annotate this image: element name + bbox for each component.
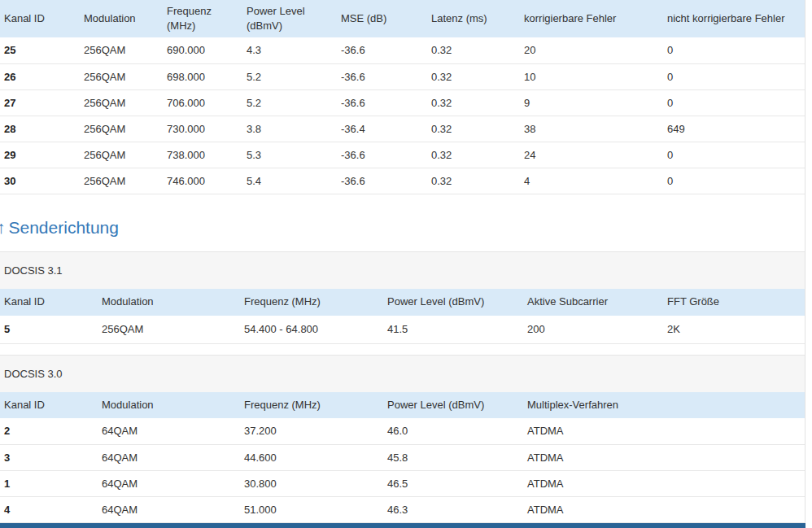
table-cell: 256QAM: [80, 63, 163, 89]
column-header: Modulation: [98, 289, 240, 316]
downstream-channels-table: Kanal IDModulationFrequenz (MHz)Power Le…: [0, 0, 805, 194]
table-cell: 10: [520, 63, 663, 89]
column-header: MSE (dB): [337, 0, 427, 37]
table-cell: 1: [0, 470, 98, 496]
docsis31-section-band: DOCSIS 3.1: [0, 251, 805, 289]
table-cell: -36.6: [337, 63, 427, 89]
table-cell: 5.3: [242, 142, 337, 168]
table-cell: 256QAM: [80, 116, 163, 142]
table-cell: 0: [663, 37, 805, 63]
table-row: 30256QAM746.0005.4-36.60.3240: [0, 168, 805, 194]
table-cell: 256QAM: [98, 316, 240, 344]
table-row: 28256QAM730.0003.8-36.40.3238649: [0, 116, 805, 142]
table-cell: 51.000: [240, 496, 383, 522]
column-header: Multiplex-Verfahren: [523, 392, 805, 418]
table-cell: -36.6: [337, 142, 427, 168]
table-cell: ATDMA: [523, 496, 805, 522]
table-cell: 2: [0, 418, 98, 444]
table-cell: 4: [0, 496, 98, 522]
up-arrow-icon: ↑: [0, 218, 6, 237]
table-cell: 3: [0, 444, 98, 470]
table-cell: 27: [0, 89, 80, 116]
table-cell: 0: [663, 168, 805, 194]
table-cell: 649: [663, 116, 805, 142]
table-cell: 0: [663, 63, 805, 89]
table-row: 464QAM51.00046.3ATDMA: [0, 496, 805, 522]
upstream-section-heading: ↑Senderichtung: [0, 216, 805, 239]
table-cell: 64QAM: [98, 444, 240, 470]
column-header: Kanal ID: [0, 392, 98, 418]
table-cell: 0.32: [427, 168, 520, 194]
table-cell: 29: [0, 142, 80, 168]
table-cell: 0.32: [427, 63, 520, 89]
column-header: Aktive Subcarrier: [523, 289, 663, 316]
table-cell: 256QAM: [80, 37, 163, 63]
table-cell: 4: [520, 168, 663, 194]
column-header: Frequenz (MHz): [163, 0, 242, 37]
table-cell: 41.5: [383, 316, 523, 344]
table-cell: 45.8: [383, 444, 523, 470]
table-row: 264QAM37.20046.0ATDMA: [0, 418, 805, 444]
table-cell: 64QAM: [98, 418, 240, 444]
table-cell: 0.32: [427, 142, 520, 168]
table-cell: 0.32: [427, 116, 520, 142]
header-row: Kanal IDModulationFrequenz (MHz)Power Le…: [0, 289, 805, 316]
table-cell: 30.800: [240, 470, 383, 496]
column-header: Modulation: [98, 392, 240, 418]
table-row: 164QAM30.80046.5ATDMA: [0, 470, 805, 496]
table-cell: 690.000: [163, 37, 242, 63]
table-row: 25256QAM690.0004.3-36.60.32200: [0, 37, 805, 63]
column-header: korrigierbare Fehler: [520, 0, 663, 37]
table-cell: ATDMA: [523, 470, 805, 496]
table-cell: 28: [0, 116, 80, 142]
table-cell: 9: [520, 89, 663, 116]
table-cell: 44.600: [240, 444, 383, 470]
table-row: 27256QAM706.0005.2-36.60.3290: [0, 89, 805, 116]
table-cell: 46.5: [383, 470, 523, 496]
table-cell: 0: [663, 89, 805, 116]
table-cell: -36.6: [337, 168, 427, 194]
column-header: Power Level (dBmV): [242, 0, 337, 37]
docsis30-section-label: DOCSIS 3.0: [4, 368, 63, 380]
table-cell: 25: [0, 37, 80, 63]
column-header: Frequenz (MHz): [240, 289, 383, 316]
table-cell: ATDMA: [523, 418, 805, 444]
docsis30-section-band: DOCSIS 3.0: [0, 355, 805, 392]
table-cell: ATDMA: [523, 444, 805, 470]
table-cell: -36.4: [337, 116, 427, 142]
table-cell: 730.000: [163, 116, 242, 142]
column-header: Latenz (ms): [427, 0, 520, 37]
table-cell: 46.3: [383, 496, 523, 522]
table-cell: 0.32: [427, 37, 520, 63]
column-header: nicht korrigierbare Fehler: [663, 0, 805, 37]
table-cell: 256QAM: [80, 89, 163, 116]
table-cell: 46.0: [383, 418, 523, 444]
page-content: Kanal IDModulationFrequenz (MHz)Power Le…: [0, 0, 805, 528]
column-header: Kanal ID: [0, 0, 80, 37]
table-cell: 746.000: [163, 168, 242, 194]
table-cell: 200: [523, 316, 663, 344]
table-cell: 3.8: [242, 116, 337, 142]
table-cell: 0: [663, 142, 805, 168]
table-cell: 256QAM: [80, 142, 163, 168]
table-cell: 26: [0, 63, 80, 89]
table-cell: 5.2: [242, 63, 337, 89]
table-cell: 706.000: [163, 89, 242, 116]
section-gap: [0, 344, 805, 355]
table-cell: 37.200: [240, 418, 383, 444]
table-cell: 5.4: [242, 168, 337, 194]
table-cell: 4.3: [242, 37, 337, 63]
column-header: FFT Größe: [663, 289, 805, 316]
table-cell: 0.32: [427, 89, 520, 116]
column-header: Power Level (dBmV): [383, 392, 523, 418]
table-cell: 5: [0, 316, 98, 344]
upstream-heading-label: Senderichtung: [9, 218, 119, 237]
docsis31-section-label: DOCSIS 3.1: [4, 264, 63, 277]
table-cell: 20: [520, 37, 663, 63]
header-row: Kanal IDModulationFrequenz (MHz)Power Le…: [0, 0, 805, 37]
footer-bar: [0, 523, 805, 528]
table-cell: -36.6: [337, 89, 427, 116]
table-cell: 256QAM: [80, 168, 163, 194]
table-cell: 698.000: [163, 63, 242, 89]
upstream-docsis31-table: Kanal IDModulationFrequenz (MHz)Power Le…: [0, 289, 805, 345]
